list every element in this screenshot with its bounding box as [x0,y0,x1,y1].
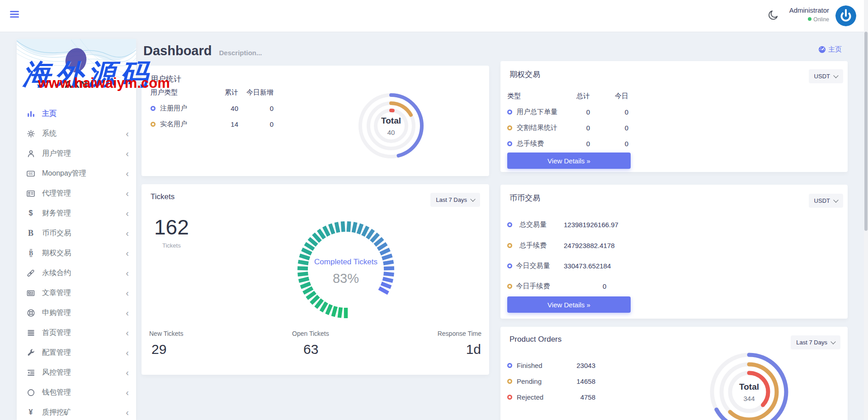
scrollbar-thumb[interactable] [864,32,868,231]
product-orders-donut-chart: Total 344 [704,347,794,420]
table-row: 用户总下单量 0 0 [507,104,628,120]
user-icon [26,149,36,158]
card-product-orders: Product Orders Last 7 Days Finished 2304… [500,327,848,420]
cc-icon: CC [26,169,36,178]
breadcrumb[interactable]: 主页 [818,45,842,54]
chevron-left-icon: ‹ [126,169,129,178]
sidebar-item-币币交易[interactable]: B币币交易‹ [17,223,136,243]
list-item: 今日交易量 330473.652184 [507,254,611,277]
legend-ring [507,263,512,268]
card-tickets-title: Tickets [151,192,175,201]
life-ring-icon [26,308,36,317]
card-orders-title: Product Orders [509,335,561,344]
response-time-value: 1d [466,342,481,357]
sidebar-item-label: 钱包管理 [42,388,71,397]
avatar[interactable] [835,5,856,26]
sidebar-item-永续合约[interactable]: 永续合约‹ [17,263,136,283]
sidebar-item-label: 首页管理 [42,328,71,338]
user-stats-donut-chart: Total 40 [355,90,427,162]
orders-range-select[interactable]: Last 7 Days [791,335,840,349]
chevron-left-icon: ‹ [126,328,129,337]
legend-ring [507,284,512,289]
chevron-left-icon: ‹ [126,149,129,158]
sidebar-item-质押挖矿[interactable]: ¥质押挖矿‹ [17,402,136,420]
legend-ring [507,141,512,146]
chevron-left-icon: ‹ [126,229,129,238]
sidebar-item-首页管理[interactable]: 首页管理‹ [17,323,136,343]
chart-bar-icon [26,109,36,118]
sidebar-item-钱包管理[interactable]: 钱包管理‹ [17,382,136,402]
column-header: 今日新增 [238,85,274,100]
letter-b-icon: B [26,229,36,238]
table-row: 总手续费 0 0 [507,136,628,152]
sidebar-item-label: 期权交易 [42,248,71,258]
legend-ring [507,222,512,227]
card-options-trade: 期权交易 USDT 类型 总计 今日 用户总下单量 0 0 交割结果统计 0 0… [500,61,848,172]
completed-tickets-gauge [292,215,400,324]
chevron-down-icon [833,197,838,202]
chevron-down-icon [833,73,838,78]
tickets-range-select[interactable]: Last 7 Days [430,193,480,207]
chevron-left-icon: ‹ [126,129,129,138]
user-info[interactable]: Administrator Online [789,6,829,23]
page-header: Dashboard Description... [143,43,262,58]
sidebar: AXN 主页系统‹用户管理‹CCMoonpay管理‹代理管理‹$财务管理‹B币币… [17,39,136,420]
table-row: 交割结果统计 0 0 [507,120,628,136]
page-subtitle: Description... [219,49,262,57]
hamburger-menu-icon[interactable] [10,11,19,18]
svg-text:B: B [28,250,33,257]
sidebar-item-label: 质押挖矿 [42,408,71,417]
list-item: 总交易量 123981926166.97 [507,213,618,236]
legend-ring [507,243,512,248]
sidebar-item-风控管理[interactable]: 风控管理‹ [17,363,136,382]
chevron-left-icon: ‹ [126,308,129,317]
chevron-down-icon [830,339,835,344]
sidebar-item-代理管理[interactable]: 代理管理‹ [17,183,136,203]
sidebar-item-主页[interactable]: 主页 [17,104,136,124]
coin-currency-select[interactable]: USDT [809,194,843,208]
logo-text: AXN [17,79,136,91]
chevron-left-icon: ‹ [126,189,129,198]
sidebar-item-用户管理[interactable]: 用户管理‹ [17,143,136,163]
column-header: 今日 [590,88,628,104]
sidebar-item-文章管理[interactable]: 文章管理‹ [17,283,136,303]
card-coin-title: 币币交易 [509,193,540,203]
sidebar-item-label: Moonpay管理 [42,169,86,178]
sidebar-item-label: 币币交易 [42,229,71,238]
sidebar-item-期权交易[interactable]: B期权交易‹ [17,243,136,263]
sidebar-item-申购管理[interactable]: 申购管理‹ [17,303,136,323]
tickets-count: 162 [154,215,189,239]
table-row: 注册用户 40 0 [151,100,274,116]
dark-mode-moon-icon[interactable] [768,9,781,23]
sidebar-item-系统[interactable]: 系统‹ [17,124,136,143]
sidebar-item-配置管理[interactable]: 配置管理‹ [17,343,136,363]
sidebar-item-财务管理[interactable]: $财务管理‹ [17,203,136,223]
column-header: 类型 [507,88,562,104]
sidebar-item-label: 永续合约 [42,268,71,278]
coin-view-details-button[interactable]: View Details » [507,296,631,313]
sidebar-item-Moonpay管理[interactable]: CCMoonpay管理‹ [17,163,136,183]
yen-icon: ¥ [26,408,36,417]
options-currency-select[interactable]: USDT [809,69,843,83]
online-status-dot [808,17,811,21]
svg-text:CC: CC [28,172,33,175]
column-header: 总计 [562,88,590,104]
sidebar-item-label: 主页 [42,109,57,119]
bars-icon [26,328,36,337]
legend-ring [507,125,512,130]
options-view-details-button[interactable]: View Details » [507,153,631,169]
list-item: 总手续费 247923882.4178 [507,239,615,252]
list-item: Rejected 4758 [507,390,595,404]
chevron-left-icon: ‹ [126,209,129,218]
legend-ring [507,363,512,368]
chevron-left-icon: ‹ [126,288,129,297]
sidebar-logo[interactable]: AXN [17,39,136,99]
sidebar-item-label: 文章管理 [42,288,71,298]
legend-ring [507,395,512,400]
legend-ring [151,106,156,111]
gear-icon [26,129,36,138]
table-row: 实名用户 14 0 [151,116,274,132]
sidebar-item-label: 用户管理 [42,149,71,158]
chevron-left-icon: ‹ [126,368,129,377]
page-scrollbar[interactable] [864,0,868,420]
